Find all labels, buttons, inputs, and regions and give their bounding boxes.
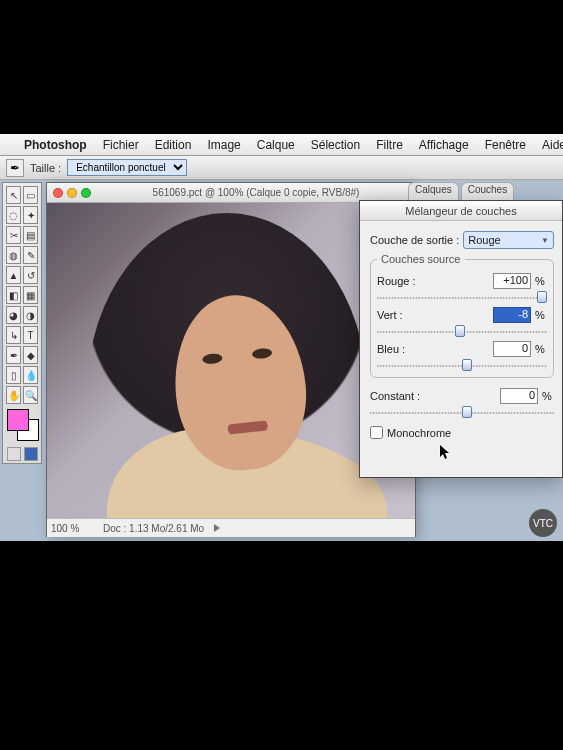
bleu-label: Bleu : xyxy=(377,343,433,355)
rouge-label: Rouge : xyxy=(377,275,433,287)
status-menu-icon[interactable] xyxy=(214,524,220,532)
shape-tool[interactable]: ◆ xyxy=(23,346,38,364)
active-tool-icon[interactable]: ✒ xyxy=(6,159,24,177)
crop-tool[interactable]: ✂ xyxy=(6,226,21,244)
chevron-down-icon: ▼ xyxy=(541,236,549,245)
close-window-button[interactable] xyxy=(53,188,63,198)
menu-calque[interactable]: Calque xyxy=(249,138,303,152)
document-title: 561069.pct @ 100% (Calque 0 copie, RVB/8… xyxy=(153,187,360,198)
vert-label: Vert : xyxy=(377,309,433,321)
marquee-tool[interactable]: ▭ xyxy=(23,186,38,204)
source-channels-legend: Couches source xyxy=(377,253,465,265)
size-label: Taille : xyxy=(30,162,61,174)
type-tool[interactable]: T xyxy=(23,326,38,344)
rouge-slider[interactable] xyxy=(377,293,547,303)
history-brush-tool[interactable]: ↺ xyxy=(23,266,38,284)
constant-slider[interactable] xyxy=(370,408,554,418)
minimize-window-button[interactable] xyxy=(67,188,77,198)
eraser-tool[interactable]: ◧ xyxy=(6,286,21,304)
blur-tool[interactable]: ◕ xyxy=(6,306,21,324)
menu-fichier[interactable]: Fichier xyxy=(95,138,147,152)
move-tool[interactable]: ↖ xyxy=(6,186,21,204)
constant-value-input[interactable]: 0 xyxy=(500,388,538,404)
dodge-tool[interactable]: ◑ xyxy=(23,306,38,324)
menubar: Photoshop Fichier Edition Image Calque S… xyxy=(0,134,563,156)
gradient-tool[interactable]: ▦ xyxy=(23,286,38,304)
cursor-icon xyxy=(440,445,452,461)
vert-value-input[interactable]: -8 xyxy=(493,307,531,323)
source-channels-group: Couches source Rouge : +100 % Vert : -8 … xyxy=(370,253,554,378)
monochrome-label: Monochrome xyxy=(387,427,451,439)
menu-affichage[interactable]: Affichage xyxy=(411,138,477,152)
channel-mixer-dialog: Mélangeur de couches Couche de sortie : … xyxy=(359,200,563,478)
lasso-tool[interactable]: ◌ xyxy=(6,206,21,224)
dialog-title: Mélangeur de couches xyxy=(360,201,562,221)
quickmask-mode[interactable] xyxy=(24,447,38,461)
path-tool[interactable]: ↳ xyxy=(6,326,21,344)
stamp-tool[interactable]: ▲ xyxy=(6,266,21,284)
menu-edition[interactable]: Edition xyxy=(147,138,200,152)
notes-tool[interactable]: ▯ xyxy=(6,366,21,384)
standard-mode[interactable] xyxy=(7,447,21,461)
toolbox: ↖▭ ◌✦ ✂▤ ◍✎ ▲↺ ◧▦ ◕◑ ↳T ✒◆ ▯💧 ✋🔍 xyxy=(2,182,42,464)
menu-image[interactable]: Image xyxy=(199,138,248,152)
doc-size: Doc : 1.13 Mo/2.61 Mo xyxy=(103,523,204,534)
rouge-value-input[interactable]: +100 xyxy=(493,273,531,289)
menu-aide[interactable]: Aide xyxy=(534,138,563,152)
options-bar: ✒ Taille : Echantillon ponctuel xyxy=(0,156,563,180)
status-bar: 100 % Doc : 1.13 Mo/2.61 Mo xyxy=(47,518,415,537)
brush-tool[interactable]: ✎ xyxy=(23,246,38,264)
bleu-value-input[interactable]: 0 xyxy=(493,341,531,357)
slice-tool[interactable]: ▤ xyxy=(23,226,38,244)
menu-selection[interactable]: Sélection xyxy=(303,138,368,152)
color-swatches[interactable] xyxy=(5,409,39,445)
vtc-badge: VTC xyxy=(529,509,557,537)
zoom-window-button[interactable] xyxy=(81,188,91,198)
tab-couches[interactable]: Couches xyxy=(461,182,514,200)
output-channel-label: Couche de sortie : xyxy=(370,234,459,246)
monochrome-checkbox[interactable] xyxy=(370,426,383,439)
tab-calques[interactable]: Calques xyxy=(408,182,459,200)
sample-mode-select[interactable]: Echantillon ponctuel xyxy=(67,159,187,176)
vert-slider[interactable] xyxy=(377,327,547,337)
zoom-tool[interactable]: 🔍 xyxy=(23,386,38,404)
bleu-slider[interactable] xyxy=(377,361,547,371)
hand-tool[interactable]: ✋ xyxy=(6,386,21,404)
eyedropper-tool[interactable]: 💧 xyxy=(23,366,38,384)
patch-tool[interactable]: ◍ xyxy=(6,246,21,264)
app-name: Photoshop xyxy=(16,138,95,152)
constant-label: Constant : xyxy=(370,390,436,402)
menu-filtre[interactable]: Filtre xyxy=(368,138,411,152)
menu-fenetre[interactable]: Fenêtre xyxy=(477,138,534,152)
zoom-indicator[interactable]: 100 % xyxy=(51,523,95,534)
foreground-color-swatch[interactable] xyxy=(7,409,29,431)
wand-tool[interactable]: ✦ xyxy=(23,206,38,224)
pen-tool[interactable]: ✒ xyxy=(6,346,21,364)
output-channel-select[interactable]: Rouge ▼ xyxy=(463,231,554,249)
